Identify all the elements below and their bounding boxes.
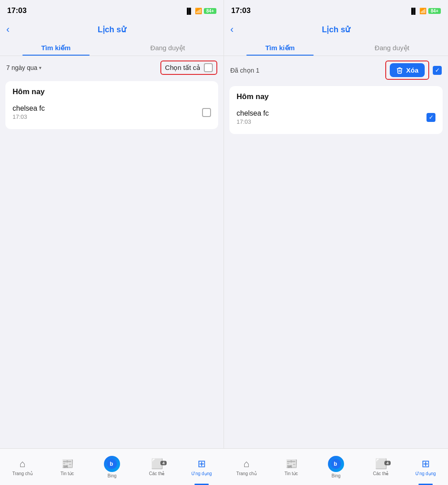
right-status-time: 17:03 bbox=[231, 6, 250, 15]
signal-icon: ▐▌ bbox=[185, 8, 193, 14]
right-history-item[interactable]: chelsea fc 17:03 ✓ bbox=[237, 107, 435, 128]
right-bing-logo: b bbox=[331, 459, 341, 469]
news-icon: 📰 bbox=[61, 458, 73, 470]
left-item-name: chelsea fc bbox=[13, 104, 45, 113]
left-nav-home[interactable]: ⌂ Trang chủ bbox=[0, 449, 45, 485]
right-news-icon: 📰 bbox=[285, 458, 297, 470]
apps-icon: ⊞ bbox=[198, 458, 206, 470]
right-panel: 17:03 ▐▌ 📶 84+ ‹ Lịch sử Tìm kiếm Đang d… bbox=[224, 0, 448, 448]
select-all-row[interactable]: Chọn tất cả bbox=[165, 63, 213, 72]
right-section-card: Hôm nay chelsea fc 17:03 ✓ bbox=[229, 86, 443, 134]
right-select-all-checkbox[interactable]: ✓ bbox=[433, 66, 442, 75]
right-section-title: Hôm nay bbox=[237, 92, 435, 101]
right-item-name: chelsea fc bbox=[237, 109, 269, 117]
right-tabs: Tìm kiếm Đang duyệt bbox=[224, 39, 448, 56]
left-nav-tabs[interactable]: ⬜ 4 Các thẻ bbox=[134, 449, 179, 485]
right-nav-apps-label: Ứng dụng bbox=[415, 471, 436, 476]
left-status-icons: ▐▌ 📶 84+ bbox=[185, 8, 216, 14]
right-item-time: 17:03 bbox=[237, 118, 269, 125]
delete-highlight: Xóa bbox=[385, 61, 429, 80]
right-signal-icon: ▐▌ bbox=[409, 8, 418, 14]
right-nav-bing[interactable]: b Bing bbox=[314, 449, 358, 485]
right-nav-tabs[interactable]: ⬜ 4 Các thẻ bbox=[358, 449, 403, 485]
left-toolbar: 7 ngày qua ▾ Chọn tất cả bbox=[0, 56, 224, 79]
select-all-checkbox[interactable] bbox=[204, 63, 213, 72]
right-content: Hôm nay chelsea fc 17:03 ✓ bbox=[224, 84, 448, 448]
left-tab-search[interactable]: Tìm kiếm bbox=[0, 39, 112, 56]
right-nav-news-label: Tin tức bbox=[284, 471, 298, 476]
left-status-time: 17:03 bbox=[7, 6, 26, 15]
chevron-down-icon: ▾ bbox=[39, 65, 42, 71]
right-tab-search[interactable]: Tìm kiếm bbox=[224, 39, 336, 56]
home-icon: ⌂ bbox=[19, 458, 25, 470]
right-status-icons: ▐▌ 📶 84+ bbox=[409, 8, 441, 14]
bing-icon: b bbox=[104, 456, 120, 472]
left-item-checkbox[interactable] bbox=[202, 108, 211, 117]
left-status-bar: 17:03 ▐▌ 📶 84+ bbox=[0, 0, 224, 20]
bottom-nav: ⌂ Trang chủ 📰 Tin tức b Bing ⬜ 4 Các thẻ bbox=[0, 448, 448, 485]
filter-label: 7 ngày qua bbox=[6, 64, 37, 71]
right-nav-apps[interactable]: ⊞ Ứng dụng bbox=[403, 449, 448, 485]
delete-btn-wrapper: Xóa ✓ bbox=[385, 61, 442, 80]
right-wifi-icon: 📶 bbox=[419, 8, 426, 14]
left-nav-news[interactable]: 📰 Tin tức bbox=[45, 449, 90, 485]
left-page-title: Lịch sử bbox=[98, 25, 126, 35]
left-nav-bing-label: Bing bbox=[108, 473, 116, 478]
left-nav-home-label: Trang chủ bbox=[12, 471, 32, 476]
left-filter-button[interactable]: 7 ngày qua ▾ bbox=[6, 64, 42, 71]
right-nav-home-label: Trang chủ bbox=[236, 471, 256, 476]
left-content: Hôm nay chelsea fc 17:03 bbox=[0, 79, 224, 448]
right-home-icon: ⌂ bbox=[243, 458, 249, 470]
left-nav-bar: ‹ Lịch sử bbox=[0, 20, 224, 39]
right-back-button[interactable]: ‹ bbox=[230, 24, 233, 35]
left-section-title: Hôm nay bbox=[13, 87, 211, 96]
left-bottom-nav: ⌂ Trang chủ 📰 Tin tức b Bing ⬜ 4 Các thẻ bbox=[0, 449, 224, 485]
svg-text:b: b bbox=[110, 461, 113, 467]
left-tab-browsing[interactable]: Đang duyệt bbox=[112, 39, 224, 56]
delete-button[interactable]: Xóa bbox=[390, 63, 425, 77]
selected-count-label: Đã chọn 1 bbox=[230, 67, 259, 74]
left-history-item[interactable]: chelsea fc 17:03 bbox=[13, 102, 211, 123]
right-page-title: Lịch sử bbox=[322, 25, 350, 35]
right-bing-icon: b bbox=[328, 456, 344, 472]
right-toolbar: Đã chọn 1 Xóa ✓ bbox=[224, 56, 448, 84]
left-nav-apps-label: Ứng dụng bbox=[191, 471, 212, 476]
left-panel: 17:03 ▐▌ 📶 84+ ‹ Lịch sử Tìm kiếm Đang d… bbox=[0, 0, 224, 448]
right-nav-home[interactable]: ⌂ Trang chủ bbox=[224, 449, 269, 485]
right-nav-bing-label: Bing bbox=[332, 473, 340, 478]
left-tabs: Tìm kiếm Đang duyệt bbox=[0, 39, 224, 56]
select-all-highlight: Chọn tất cả bbox=[160, 61, 217, 75]
left-nav-bing[interactable]: b Bing bbox=[90, 449, 134, 485]
left-item-time: 17:03 bbox=[13, 113, 45, 120]
right-tabs-badge: 4 bbox=[384, 461, 391, 465]
svg-text:b: b bbox=[334, 461, 337, 467]
left-section-card: Hôm nay chelsea fc 17:03 bbox=[5, 81, 218, 129]
right-item-info: chelsea fc 17:03 bbox=[237, 109, 269, 125]
tabs-badge: 4 bbox=[160, 461, 167, 465]
right-nav-bar: ‹ Lịch sử bbox=[224, 20, 448, 39]
right-status-bar: 17:03 ▐▌ 📶 84+ bbox=[224, 0, 448, 20]
right-nav-tabs-label: Các thẻ bbox=[373, 471, 389, 476]
right-bottom-nav: ⌂ Trang chủ 📰 Tin tức b Bing ⬜ 4 Các thẻ bbox=[224, 449, 448, 485]
left-item-info: chelsea fc 17:03 bbox=[13, 104, 45, 120]
trash-icon bbox=[396, 67, 403, 74]
right-tab-browsing[interactable]: Đang duyệt bbox=[336, 39, 448, 56]
wifi-icon: 📶 bbox=[195, 8, 202, 14]
select-all-label: Chọn tất cả bbox=[165, 64, 200, 72]
left-nav-tabs-label: Các thẻ bbox=[149, 471, 165, 476]
bing-logo: b bbox=[107, 459, 117, 469]
right-nav-news[interactable]: 📰 Tin tức bbox=[269, 449, 314, 485]
left-nav-apps[interactable]: ⊞ Ứng dụng bbox=[179, 449, 224, 485]
right-battery-icon: 84+ bbox=[428, 8, 441, 14]
left-nav-news-label: Tin tức bbox=[60, 471, 74, 476]
right-apps-icon: ⊞ bbox=[422, 458, 430, 470]
right-item-checkbox[interactable]: ✓ bbox=[426, 113, 435, 122]
battery-icon: 84+ bbox=[204, 8, 216, 14]
left-back-button[interactable]: ‹ bbox=[6, 24, 9, 35]
